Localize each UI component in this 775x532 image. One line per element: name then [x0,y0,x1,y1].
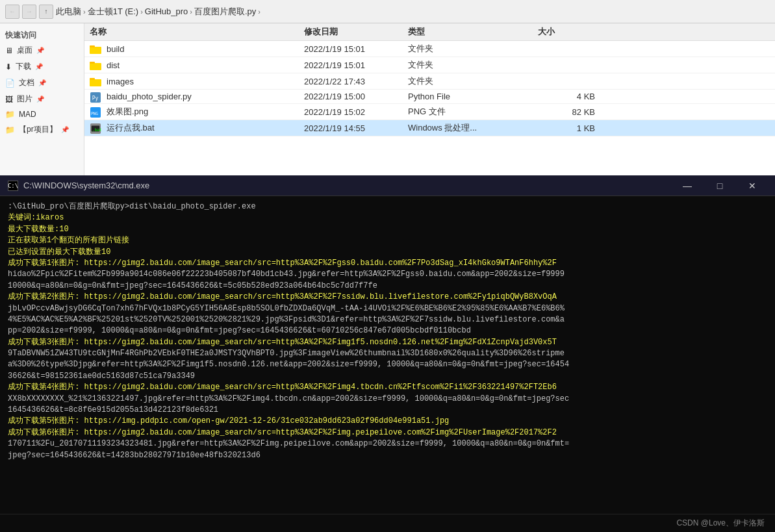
file-type: 文件夹 [408,59,538,71]
table-row[interactable]: images 2022/1/22 17:43 文件夹 [84,73,775,90]
file-list: 名称 修改日期 类型 大小 build 2022/1/19 15:01 文件夹 … [84,23,775,175]
cmd-line: 已达到设置的最大下载数量10 [8,247,767,258]
cmd-content: :\GitHub_pro\百度图片爬取py>dist\baidu_photo_s… [0,196,775,514]
table-row[interactable]: dist 2022/1/19 15:01 文件夹 [84,57,775,73]
folder-icon [90,60,101,70]
cmd-line: 关键词:ikaros [8,212,767,223]
close-button[interactable]: ✕ [737,177,767,195]
pin-icon-5: 📌 [61,126,69,133]
cmd-line: 4%E5%AC%AC%E5%A2%BF%25201st%2520TV%25200… [8,314,767,325]
file-name: 运行点我.bat [107,122,155,134]
cmd-line: 9TaDBVNW51ZW43TU9tcGNjMnF4RGhPb2VEbkF0TH… [8,348,767,359]
sidebar-item-documents[interactable]: 📄 文档 📌 [0,75,84,91]
cmd-window: C:\ C:\WINDOWS\system32\cmd.exe — □ ✕ :\… [0,175,775,532]
file-type: 文件夹 [408,75,538,87]
file-type: 文件夹 [408,43,538,55]
svg-text:Py: Py [92,95,99,101]
sidebar-label-pr: 【pr项目】 [19,124,57,135]
cmd-line: 正在获取第1个翻页的所有图片链接 [8,235,767,246]
table-row[interactable]: .bat 运行点我.bat 2022/1/19 14:55 Windows 批处… [84,120,775,136]
table-row[interactable]: build 2022/1/19 15:01 文件夹 [84,41,775,57]
nav-back-button[interactable]: ← [5,5,19,19]
cmd-line: 170711%2Fu_20170711193234323481.jpg&refe… [8,438,767,450]
sidebar-item-desktop[interactable]: 🖥 桌面 📌 [0,42,84,58]
pictures-icon: 🖼 [5,95,13,104]
bat-icon: .bat [90,123,101,133]
svg-text:PNG: PNG [91,111,98,116]
cmd-line: 成功下载第6张图片: https://gimg2.baidu.com/image… [8,427,767,438]
sidebar-label-mad: MAD [19,110,36,119]
cmd-titlebar: C:\ C:\WINDOWS\system32\cmd.exe — □ ✕ [0,175,775,196]
svg-rect-1 [90,45,95,47]
table-row[interactable]: PNG 效果图.png 2022/1/19 15:02 PNG 文件 82 KB [84,104,775,120]
cmd-line: 1645436626&t=8c8f6e915d2055a13d422123f8d… [8,405,767,416]
header-size[interactable]: 大小 [538,26,603,38]
breadcrumb-subfolder[interactable]: 百度图片爬取.py [194,6,256,18]
file-date: 2022/1/19 15:01 [304,60,408,70]
header-date[interactable]: 修改日期 [304,26,408,38]
sidebar-item-pr[interactable]: 📁 【pr项目】 📌 [0,121,84,138]
cmd-line: 成功下载第2张图片: https://gimg2.baidu.com/image… [8,292,767,303]
breadcrumb-folder[interactable]: GitHub_pro [145,6,188,16]
sidebar-label-downloads: 下载 [16,61,31,72]
folder-icon [90,77,101,86]
file-name-cell: Py baidu_photo_spider.py [90,92,304,101]
file-list-header: 名称 修改日期 类型 大小 [84,23,775,41]
cmd-line: jbLvOPccvABwjsyDG6CqTon7xh67hFVQx1b8PCyG… [8,303,767,314]
breadcrumb-drive[interactable]: 金士顿1T (E:) [88,6,139,18]
cmd-line: hidao%2Fpic%2Fitem%2Fb999a9014c086e06f22… [8,269,767,280]
file-date: 2022/1/19 15:00 [304,92,408,101]
cmd-line: jpeg?sec=1645436626&t=14283bb28027971b10… [8,450,767,461]
sidebar: 快速访问 🖥 桌面 📌 ⬇ 下载 📌 📄 文档 📌 🖼 图片 📌 [0,23,84,175]
folder-icon-pr: 📁 [5,125,15,134]
breadcrumb-bar: ← → ↑ 此电脑 › 金士顿1T (E:) › GitHub_pro › 百度… [0,0,775,23]
file-type: Windows 批处理... [408,122,538,134]
sidebar-item-downloads[interactable]: ⬇ 下载 📌 [0,58,84,75]
quick-access-title: 快速访问 [0,26,84,42]
sidebar-item-pictures[interactable]: 🖼 图片 📌 [0,91,84,107]
cmd-line: 36626&t=98152361ae0dc5163d87c51ca79a3349 [8,371,767,382]
cmd-controls: — □ ✕ [672,177,767,195]
file-name-cell: build [90,44,304,54]
pin-icon-3: 📌 [38,79,46,86]
file-date: 2022/1/19 15:02 [304,107,408,117]
svg-rect-3 [90,62,95,64]
maximize-button[interactable]: □ [705,177,735,195]
file-name: dist [107,60,120,70]
sidebar-item-mad[interactable]: 📁 MAD [0,107,84,121]
header-name[interactable]: 名称 [90,26,304,38]
cmd-line: :\GitHub_pro\百度图片爬取py>dist\baidu_photo_s… [8,201,767,212]
nav-forward-button[interactable]: → [22,5,36,19]
py-icon: Py [90,92,101,101]
cmd-line: pp=2002&size=f9999, 10000&q=a80&n=0&g=0n… [8,325,767,336]
downloads-icon: ⬇ [5,62,12,71]
svg-rect-0 [90,47,101,54]
file-name-cell: PNG 效果图.png [90,106,304,118]
explorer-body: 快速访问 🖥 桌面 📌 ⬇ 下载 📌 📄 文档 📌 🖼 图片 📌 [0,23,775,175]
minimize-button[interactable]: — [672,177,702,195]
folder-icon [90,44,101,53]
cmd-title-left: C:\ C:\WINDOWS\system32\cmd.exe [8,181,149,191]
file-name: build [107,44,124,54]
file-rows-container: build 2022/1/19 15:01 文件夹 dist 2022/1/19… [84,41,775,136]
table-row[interactable]: Py baidu_photo_spider.py 2022/1/19 15:00… [84,90,775,104]
svg-text:.bat: .bat [92,127,101,132]
documents-icon: 📄 [5,79,15,88]
sidebar-label-documents: 文档 [19,77,34,88]
file-name: images [107,77,134,86]
cmd-line: XX8bXXXXXXXX_%21%21363221497.jpg&refer=h… [8,394,767,405]
breadcrumb: 此电脑 › 金士顿1T (E:) › GitHub_pro › 百度图片爬取.p… [56,6,260,18]
nav-up-button[interactable]: ↑ [39,5,53,19]
cmd-title-text: C:\WINDOWS\system32\cmd.exe [23,181,149,190]
cmd-line: 10000&q=a80&n=0&g=0n&fmt=jpeg?sec=164543… [8,281,767,292]
svg-rect-5 [90,78,95,80]
breadcrumb-computer[interactable]: 此电脑 [56,6,81,18]
file-name: 效果图.png [107,106,148,118]
file-date: 2022/1/19 14:55 [304,123,408,133]
pin-icon-4: 📌 [36,95,44,103]
header-type[interactable]: 类型 [408,26,538,38]
file-size: 1 KB [538,123,603,133]
file-name-cell: images [90,77,304,86]
pin-icon: 📌 [36,47,44,54]
cmd-line: 成功下载第3张图片: https://gimg2.baidu.com/image… [8,337,767,348]
